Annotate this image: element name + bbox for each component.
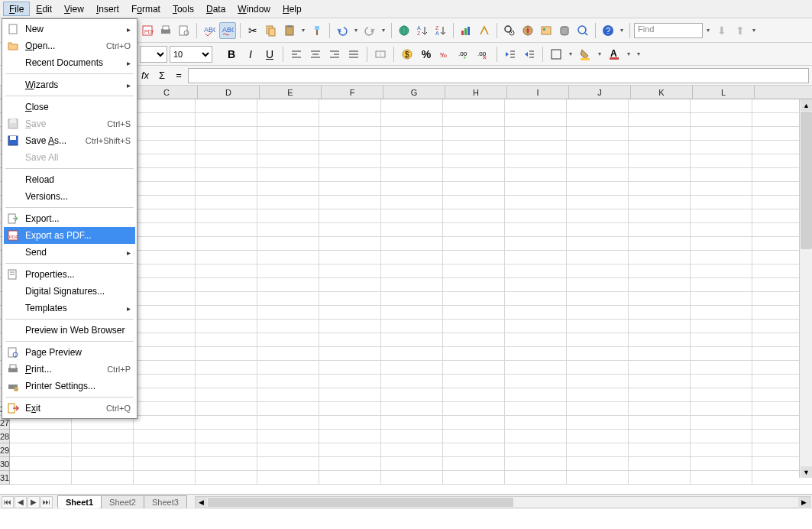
cell[interactable] bbox=[505, 347, 567, 361]
font-color-icon[interactable]: A bbox=[606, 46, 623, 63]
cell[interactable] bbox=[196, 141, 257, 154]
cell[interactable] bbox=[567, 127, 629, 141]
cell[interactable] bbox=[381, 154, 443, 168]
cell[interactable] bbox=[567, 361, 629, 375]
cell[interactable] bbox=[381, 416, 443, 430]
cell[interactable] bbox=[691, 154, 752, 168]
cell[interactable] bbox=[196, 196, 257, 209]
cell[interactable] bbox=[134, 196, 196, 209]
cell[interactable] bbox=[505, 264, 567, 278]
cell[interactable] bbox=[567, 264, 629, 278]
cell[interactable] bbox=[691, 223, 752, 237]
cell[interactable] bbox=[567, 471, 629, 485]
cell[interactable] bbox=[134, 320, 196, 333]
scroll-right-icon[interactable]: ▶ bbox=[798, 497, 810, 508]
cell[interactable] bbox=[505, 113, 567, 127]
datasources-icon[interactable] bbox=[556, 22, 573, 39]
cell[interactable] bbox=[381, 347, 443, 361]
redo-icon[interactable] bbox=[361, 22, 378, 39]
last-sheet-icon[interactable]: ⏭ bbox=[40, 496, 53, 508]
menu-window[interactable]: Window bbox=[231, 2, 277, 16]
standard-format-icon[interactable]: ‰ bbox=[437, 46, 454, 63]
cell[interactable] bbox=[381, 141, 443, 154]
cell[interactable] bbox=[443, 251, 505, 264]
find-prev-icon[interactable]: ⬆ bbox=[732, 22, 749, 39]
cell[interactable] bbox=[134, 251, 196, 264]
cell[interactable] bbox=[505, 127, 567, 141]
cell[interactable] bbox=[319, 209, 381, 223]
cell[interactable] bbox=[381, 251, 443, 264]
cell[interactable] bbox=[257, 127, 319, 141]
cell[interactable] bbox=[134, 361, 196, 375]
cell[interactable] bbox=[134, 443, 196, 457]
cell[interactable] bbox=[196, 347, 257, 361]
cell[interactable] bbox=[257, 251, 319, 264]
cell[interactable] bbox=[319, 443, 381, 457]
cell[interactable] bbox=[691, 264, 752, 278]
cell[interactable] bbox=[505, 402, 567, 416]
menu-digital-signatures[interactable]: Digital Signatures... bbox=[4, 283, 135, 300]
menu-open[interactable]: Open... Ctrl+O bbox=[4, 37, 135, 54]
cell[interactable] bbox=[319, 375, 381, 388]
menu-properties[interactable]: Properties... bbox=[4, 266, 135, 283]
cell[interactable] bbox=[196, 209, 257, 223]
toolbar-more-3[interactable]: ▾ bbox=[635, 46, 642, 63]
cell[interactable] bbox=[257, 471, 319, 485]
cell[interactable] bbox=[629, 196, 691, 209]
cell[interactable] bbox=[257, 154, 319, 168]
cell[interactable] bbox=[196, 416, 257, 430]
cell[interactable] bbox=[196, 361, 257, 375]
menu-send[interactable]: Send ▸ bbox=[4, 244, 135, 261]
cell[interactable] bbox=[257, 292, 319, 306]
cell[interactable] bbox=[257, 457, 319, 471]
cell[interactable] bbox=[505, 292, 567, 306]
cell[interactable] bbox=[443, 430, 505, 443]
cell[interactable] bbox=[691, 361, 752, 375]
cell[interactable] bbox=[443, 237, 505, 251]
cell[interactable] bbox=[443, 196, 505, 209]
cell[interactable] bbox=[443, 471, 505, 485]
cell[interactable] bbox=[10, 430, 72, 443]
font-name-select[interactable] bbox=[140, 46, 167, 63]
spellcheck-icon[interactable]: ABC bbox=[201, 22, 218, 39]
cell[interactable] bbox=[257, 113, 319, 127]
cell[interactable] bbox=[319, 333, 381, 347]
menu-recent-documents[interactable]: Recent Documents ▸ bbox=[4, 54, 135, 71]
cell[interactable] bbox=[505, 209, 567, 223]
cell[interactable] bbox=[134, 264, 196, 278]
cell[interactable] bbox=[319, 471, 381, 485]
cell[interactable] bbox=[196, 430, 257, 443]
cell[interactable] bbox=[443, 320, 505, 333]
cell[interactable] bbox=[691, 430, 752, 443]
cell[interactable] bbox=[691, 306, 752, 320]
cell[interactable] bbox=[505, 251, 567, 264]
cell[interactable] bbox=[319, 306, 381, 320]
cell[interactable] bbox=[691, 99, 752, 113]
scroll-up-icon[interactable]: ▲ bbox=[801, 99, 812, 111]
cell[interactable] bbox=[629, 430, 691, 443]
cell[interactable] bbox=[629, 471, 691, 485]
cell[interactable] bbox=[257, 209, 319, 223]
cell[interactable] bbox=[629, 113, 691, 127]
cell[interactable] bbox=[72, 457, 134, 471]
cell[interactable] bbox=[691, 333, 752, 347]
align-center-icon[interactable] bbox=[307, 46, 324, 63]
cell[interactable] bbox=[691, 182, 752, 196]
row-header[interactable]: 30 bbox=[0, 457, 9, 471]
cell[interactable] bbox=[381, 388, 443, 402]
cell[interactable] bbox=[134, 388, 196, 402]
cell[interactable] bbox=[629, 237, 691, 251]
cell[interactable] bbox=[443, 223, 505, 237]
cell[interactable] bbox=[443, 457, 505, 471]
help-icon[interactable]: ? bbox=[600, 22, 616, 39]
cell[interactable] bbox=[691, 375, 752, 388]
cell[interactable] bbox=[505, 471, 567, 485]
cell[interactable] bbox=[381, 237, 443, 251]
cell[interactable] bbox=[567, 141, 629, 154]
cell[interactable] bbox=[381, 264, 443, 278]
cell[interactable] bbox=[443, 182, 505, 196]
cell[interactable] bbox=[196, 388, 257, 402]
cell[interactable] bbox=[629, 278, 691, 292]
menu-file[interactable]: File bbox=[3, 2, 30, 16]
cell[interactable] bbox=[629, 292, 691, 306]
